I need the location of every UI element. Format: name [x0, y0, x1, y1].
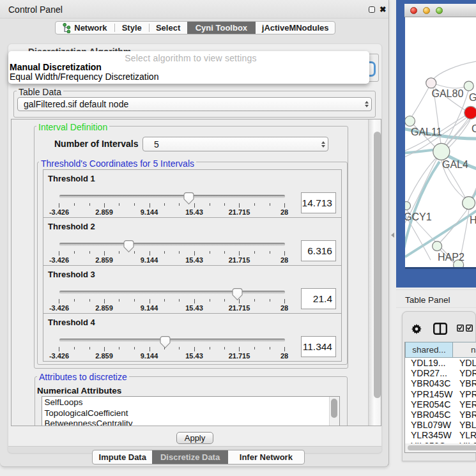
- svg-text:GCY1: GCY1: [405, 211, 432, 222]
- svg-text:GA: GA: [469, 92, 476, 103]
- svg-text:H: H: [470, 215, 476, 226]
- svg-text:C: C: [472, 123, 476, 134]
- svg-text:GAL4: GAL4: [442, 159, 468, 170]
- svg-text:GAL80: GAL80: [432, 88, 464, 99]
- svg-text:GAL11: GAL11: [411, 127, 442, 137]
- svg-text:HAP2: HAP2: [438, 252, 464, 263]
